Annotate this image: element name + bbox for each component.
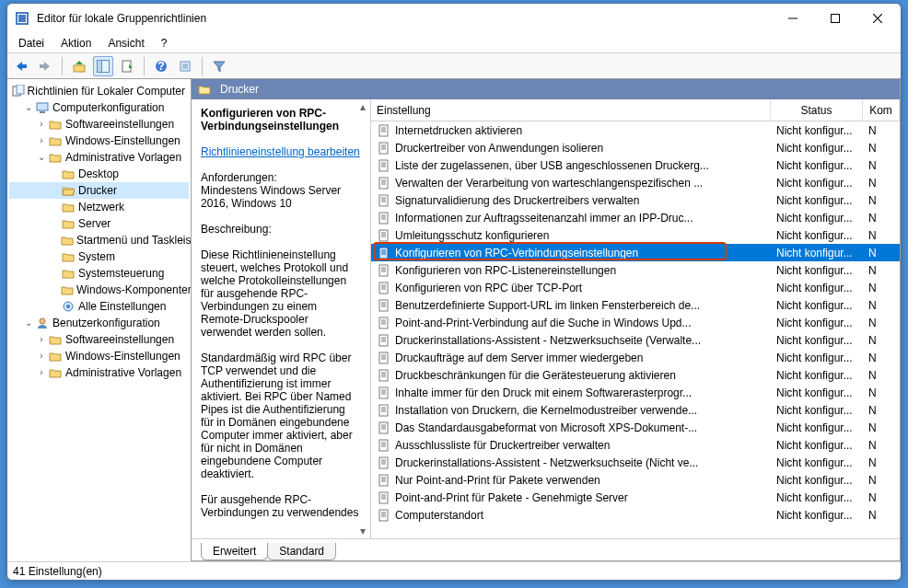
filter-button[interactable] <box>209 56 229 76</box>
policy-row[interactable]: Druckertreiber von Anwendungen isolieren… <box>371 139 900 156</box>
close-button[interactable] <box>856 5 899 32</box>
policy-row[interactable]: Point-and-Print für Pakete - Genehmigte … <box>371 489 900 506</box>
col-comment[interactable]: Kom <box>863 99 900 121</box>
folder-open-icon <box>61 184 76 197</box>
policy-row[interactable]: Druckerinstallations-Assistent - Netzwer… <box>371 454 900 471</box>
policy-row[interactable]: Benutzerdefinierte Support-URL im linken… <box>371 296 900 314</box>
tree-all-settings[interactable]: Alle Einstellungen <box>9 298 189 315</box>
tree-user-windows[interactable]: › Windows-Einstellungen <box>9 348 189 364</box>
scroll-down-icon[interactable]: ▾ <box>355 524 370 538</box>
collapse-icon[interactable]: ⌄ <box>35 149 48 166</box>
desc-scrollbar[interactable]: ▴ ▾ <box>355 99 370 538</box>
tree-server[interactable]: Server <box>9 215 189 232</box>
help-button[interactable]: ? <box>151 56 171 76</box>
col-status[interactable]: Status <box>771 99 863 121</box>
tree-startmenu[interactable]: Startmenü und Taskleiste <box>9 232 189 248</box>
folder-icon <box>61 217 76 230</box>
description-p2: Standardmäßig wird RPC über TCP verwende… <box>201 352 361 480</box>
tree-user-software[interactable]: › Softwareeinstellungen <box>9 331 189 348</box>
tab-extended[interactable]: Erweitert <box>201 543 268 560</box>
expand-icon[interactable]: › <box>35 331 48 348</box>
menu-action[interactable]: Aktion <box>53 35 99 52</box>
properties-button[interactable] <box>175 56 195 76</box>
policy-icon <box>377 264 391 277</box>
menu-help[interactable]: ? <box>154 35 175 52</box>
policy-row[interactable]: Installation von Druckern, die Kernelmod… <box>371 401 900 419</box>
minimize-button[interactable] <box>772 5 814 32</box>
tree-pane[interactable]: Richtlinien für Lokaler Computer ⌄ Compu… <box>7 79 192 561</box>
policy-icon <box>377 404 391 417</box>
policy-row[interactable]: Konfigurieren von RPC über TCP-PortNicht… <box>371 279 900 296</box>
expand-icon[interactable]: › <box>35 348 48 364</box>
policy-status: Nicht konfigur... <box>771 212 863 225</box>
policy-row[interactable]: Liste der zugelassenen, über USB angesch… <box>371 156 900 174</box>
edit-policy-link[interactable]: Richtlinieneinstellung bearbeiten <box>201 145 361 158</box>
policy-row[interactable]: Nur Point-and-Print für Pakete verwenden… <box>371 471 900 489</box>
expand-icon[interactable]: › <box>35 364 48 381</box>
expand-icon[interactable]: › <box>35 133 48 149</box>
maximize-button[interactable] <box>814 5 856 32</box>
window-title: Editor für lokale Gruppenrichtlinien <box>37 12 772 25</box>
svg-rect-67 <box>379 282 388 294</box>
svg-rect-95 <box>379 405 388 416</box>
tree-desktop[interactable]: Desktop <box>9 166 189 182</box>
policy-status: Nicht konfigur... <box>771 352 863 364</box>
policy-comment: N <box>863 334 900 347</box>
tree-windows-components[interactable]: Windows-Komponenten <box>9 282 189 298</box>
scroll-up-icon[interactable]: ▴ <box>355 99 370 114</box>
tree-drucker[interactable]: Drucker <box>9 182 189 199</box>
policy-row[interactable]: Umleitungsschutz konfigurierenNicht konf… <box>371 226 900 244</box>
policy-row[interactable]: Informationen zur Auftragsseitenanzahl i… <box>371 209 900 226</box>
col-setting[interactable]: Einstellung <box>371 99 771 121</box>
tree-label: Administrative Vorlagen <box>65 149 181 166</box>
policy-row[interactable]: Internetdrucken aktivierenNicht konfigur… <box>371 121 900 139</box>
list-body[interactable]: Internetdrucken aktivierenNicht konfigur… <box>371 121 900 538</box>
policy-row[interactable]: ComputerstandortNicht konfigur...N <box>371 506 900 524</box>
policy-row[interactable]: Konfigurieren von RPC-Listenereinstellun… <box>371 261 900 279</box>
policy-name: Liste der zugelassenen, über USB angesch… <box>395 159 709 172</box>
policy-row[interactable]: Inhalte immer für den Druck mit einem So… <box>371 384 900 401</box>
policy-icon <box>377 177 391 190</box>
policy-row[interactable]: Das Standardausgabeformat von Microsoft … <box>371 419 900 436</box>
policy-status: Nicht konfigur... <box>771 421 863 434</box>
collapse-icon[interactable]: ⌄ <box>22 99 35 116</box>
forward-button[interactable] <box>35 56 55 76</box>
tree-user-admin[interactable]: › Administrative Vorlagen <box>9 364 189 381</box>
expand-icon[interactable]: › <box>35 116 48 133</box>
tree-software-settings[interactable]: › Softwareeinstellungen <box>9 116 189 133</box>
policy-row[interactable]: Point-and-Print-Verbindung auf die Suche… <box>371 314 900 331</box>
tree-user-config[interactable]: ⌄ Benutzerkonfiguration <box>9 315 189 331</box>
policy-row[interactable]: Druckbeschränkungen für die Gerätesteuer… <box>371 366 900 384</box>
policy-name: Druckerinstallations-Assistent - Netzwer… <box>395 334 701 347</box>
export-button[interactable] <box>117 56 137 76</box>
tree-netzwerk[interactable]: Netzwerk <box>9 199 189 215</box>
menu-file[interactable]: Datei <box>11 35 52 52</box>
policy-row[interactable]: Konfigurieren von RPC-Verbindungseinstel… <box>371 244 900 261</box>
policy-comment: N <box>863 212 900 225</box>
svg-point-29 <box>66 305 70 308</box>
collapse-icon[interactable]: ⌄ <box>22 315 35 331</box>
policy-row[interactable]: Ausschlussliste für Druckertreiber verwa… <box>371 436 900 454</box>
policy-comment: N <box>863 317 900 329</box>
up-button[interactable] <box>69 56 89 76</box>
policy-icon <box>377 159 391 172</box>
tab-standard[interactable]: Standard <box>267 543 336 560</box>
svg-point-30 <box>40 318 45 324</box>
policy-row[interactable]: Signaturvalidierung des Druckertreibers … <box>371 191 900 209</box>
tree-admin-templates[interactable]: ⌄ Administrative Vorlagen <box>9 149 189 166</box>
tree-label: Windows-Komponenten <box>76 282 192 298</box>
content-header: Drucker <box>192 79 900 99</box>
tree-root[interactable]: Richtlinien für Lokaler Computer <box>9 83 189 99</box>
policy-row[interactable]: Verwalten der Verarbeitung von warteschl… <box>371 174 900 191</box>
policy-status: Nicht konfigur... <box>771 177 863 190</box>
policy-row[interactable]: Druckaufträge auf dem Server immer wiede… <box>371 349 900 366</box>
tree-computer-config[interactable]: ⌄ Computerkonfiguration <box>9 99 189 116</box>
tree-control-panel[interactable]: Systemsteuerung <box>9 265 189 282</box>
back-button[interactable] <box>11 56 31 76</box>
policy-name: Konfigurieren von RPC-Listenereinstellun… <box>395 264 616 277</box>
tree-windows-settings[interactable]: › Windows-Einstellungen <box>9 133 189 149</box>
tree-system[interactable]: System <box>9 248 189 265</box>
menu-view[interactable]: Ansicht <box>100 35 151 52</box>
show-hide-tree-button[interactable] <box>93 56 113 76</box>
policy-row[interactable]: Druckerinstallations-Assistent - Netzwer… <box>371 331 900 349</box>
